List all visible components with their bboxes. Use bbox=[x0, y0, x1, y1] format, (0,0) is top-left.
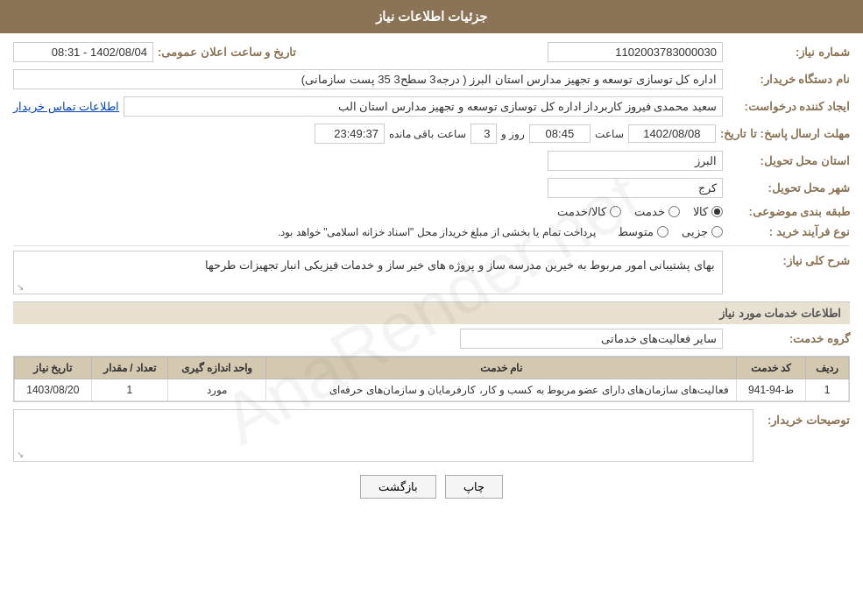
ijad-value: سعید محمدی فیروز کاربرداز اداره کل توساز… bbox=[124, 96, 723, 117]
shahr-row: شهر محل تحویل: کرج bbox=[13, 178, 850, 198]
resize-handle-2: ↘ bbox=[17, 450, 24, 459]
table-row: 1 ط-94-941 فعالیت‌های سازمان‌های دارای ع… bbox=[15, 379, 849, 401]
ostan-row: استان محل تحویل: البرز bbox=[13, 151, 850, 171]
buyer-comments-section: توصیحات خریدار: ↘ bbox=[13, 409, 850, 462]
header-title: جزئیات اطلاعات نیاز bbox=[376, 9, 487, 24]
radio-kala-label: کالا bbox=[693, 205, 708, 218]
mohlat-roz-label: روز و bbox=[501, 128, 525, 140]
mohlat-saat-label: ساعت باقی مانده bbox=[389, 128, 466, 140]
cell-vahed: مورد bbox=[168, 379, 266, 401]
col-tarikh: تاریخ نیاز bbox=[15, 358, 92, 379]
radio-kala-khedmat-label: کالا/خدمت bbox=[557, 205, 606, 218]
ostan-label: استان محل تحویل: bbox=[727, 154, 850, 167]
group-label: گروه خدمت: bbox=[727, 332, 850, 345]
radio-motavasset[interactable]: متوسط bbox=[618, 225, 668, 238]
cell-kod: ط-94-941 bbox=[737, 379, 806, 401]
ijad-row: ایجاد کننده درخواست: سعید محمدی فیروز کا… bbox=[13, 96, 850, 117]
sharh-box: بهای پشتیبانی امور مربوط به خیرین مدرسه … bbox=[13, 251, 723, 294]
cell-tarikh: 1403/08/20 bbox=[15, 379, 92, 401]
table-header-row: ردیف کد خدمت نام خدمت واحد اندازه گیری ت… bbox=[15, 358, 849, 379]
radio-jozi-label: جزیی bbox=[682, 225, 708, 238]
radio-jozi[interactable]: جزیی bbox=[682, 225, 723, 238]
service-section-header: اطلاعات خدمات مورد نیاز bbox=[13, 301, 850, 324]
services-table: ردیف کد خدمت نام خدمت واحد اندازه گیری ت… bbox=[14, 357, 849, 401]
services-table-container: ردیف کد خدمت نام خدمت واحد اندازه گیری ت… bbox=[13, 356, 850, 402]
tabaqe-label: طبقه بندی موضوعی: bbox=[727, 205, 850, 218]
cell-nam: فعالیت‌های سازمان‌های دارای عضو مربوط به… bbox=[266, 379, 737, 401]
resize-handle: ↘ bbox=[17, 282, 24, 292]
radio-khedmat-circle bbox=[668, 206, 680, 217]
shomara-tarikh-row: شماره نیاز: 1102003783000030 تاریخ و ساع… bbox=[13, 42, 850, 62]
shomara-label: شماره نیاز: bbox=[727, 46, 850, 59]
print-button[interactable]: چاپ bbox=[445, 475, 503, 499]
back-button[interactable]: بازگشت bbox=[360, 475, 436, 499]
buyer-comments-label: توصیحات خریدار: bbox=[762, 409, 850, 427]
cell-radif: 1 bbox=[806, 379, 849, 401]
col-tedad: تعداد / مقدار bbox=[91, 358, 167, 379]
shomara-value: 1102003783000030 bbox=[548, 42, 723, 62]
mohlat-row: مهلت ارسال پاسخ: تا تاریخ: 1402/08/08 سا… bbox=[13, 124, 850, 144]
group-row: گروه خدمت: سایر فعالیت‌های خدماتی bbox=[13, 329, 850, 349]
mohlat-roz: 3 bbox=[470, 124, 497, 144]
mohlat-label: مهلت ارسال پاسخ: تا تاریخ: bbox=[720, 127, 850, 140]
cell-tedad: 1 bbox=[91, 379, 167, 401]
tarikh-label: تاریخ و ساعت اعلان عمومی: bbox=[158, 46, 296, 59]
tabaqe-radio-group: کالا خدمت کالا/خدمت bbox=[13, 205, 723, 218]
mohlat-time-label: ساعت bbox=[595, 128, 624, 140]
divider-1 bbox=[13, 245, 850, 246]
mohlat-time: 08:45 bbox=[529, 124, 591, 143]
buyer-comments-box: ↘ bbox=[13, 409, 753, 462]
sharh-value: بهای پشتیبانی امور مربوط به خیرین مدرسه … bbox=[205, 258, 715, 272]
nam-dastgah-value: اداره کل توسازی توسعه و تجهیز مدارس استا… bbox=[13, 69, 723, 89]
buttons-row: چاپ بازگشت bbox=[13, 475, 850, 499]
noE-note: پرداخت تمام یا بخشی از مبلغ خریداز محل "… bbox=[13, 226, 596, 238]
noE-label: نوع فرآیند خرید : bbox=[727, 225, 850, 238]
page-header: جزئیات اطلاعات نیاز bbox=[0, 0, 863, 33]
nam-dastgah-row: نام دستگاه خریدار: اداره کل توسازی توسعه… bbox=[13, 69, 850, 89]
sharh-label: شرح کلی نیاز: bbox=[727, 251, 850, 267]
ijad-label: ایجاد کننده درخواست: bbox=[727, 100, 850, 113]
radio-jozi-circle bbox=[711, 226, 723, 237]
mohlat-date: 1402/08/08 bbox=[628, 124, 716, 143]
group-value: سایر فعالیت‌های خدماتی bbox=[460, 329, 723, 349]
ijad-link[interactable]: اطلاعات تماس خریدار bbox=[13, 100, 119, 113]
col-nam: نام خدمت bbox=[266, 358, 737, 379]
radio-khedmat-label: خدمت bbox=[634, 205, 665, 218]
noE-row: نوع فرآیند خرید : جزیی متوسط پرداخت تمام… bbox=[13, 225, 850, 238]
service-header-title: اطلاعات خدمات مورد نیاز bbox=[719, 307, 841, 320]
radio-motavasset-circle bbox=[657, 226, 668, 237]
shahr-value: کرج bbox=[548, 178, 723, 198]
col-radif: ردیف bbox=[806, 358, 849, 379]
radio-kala-khedmat[interactable]: کالا/خدمت bbox=[557, 205, 621, 218]
tarikh-value: 1402/08/04 - 08:31 bbox=[13, 42, 153, 62]
tabaqe-row: طبقه بندی موضوعی: کالا خدمت کالا/خدمت bbox=[13, 205, 850, 218]
col-vahed: واحد اندازه گیری bbox=[168, 358, 266, 379]
col-kod: کد خدمت bbox=[737, 358, 806, 379]
mohlat-countdown: 23:49:37 bbox=[315, 124, 385, 144]
nam-dastgah-label: نام دستگاه خریدار: bbox=[727, 73, 850, 86]
radio-kala[interactable]: کالا bbox=[693, 205, 723, 218]
radio-kala-circle bbox=[711, 206, 723, 217]
radio-motavasset-label: متوسط bbox=[618, 225, 654, 238]
sharh-row: شرح کلی نیاز: بهای پشتیبانی امور مربوط ب… bbox=[13, 251, 850, 294]
radio-kala-khedmat-circle bbox=[610, 206, 621, 217]
shahr-label: شهر محل تحویل: bbox=[727, 181, 850, 195]
ostan-value: البرز bbox=[548, 151, 723, 171]
radio-khedmat[interactable]: خدمت bbox=[634, 205, 680, 218]
